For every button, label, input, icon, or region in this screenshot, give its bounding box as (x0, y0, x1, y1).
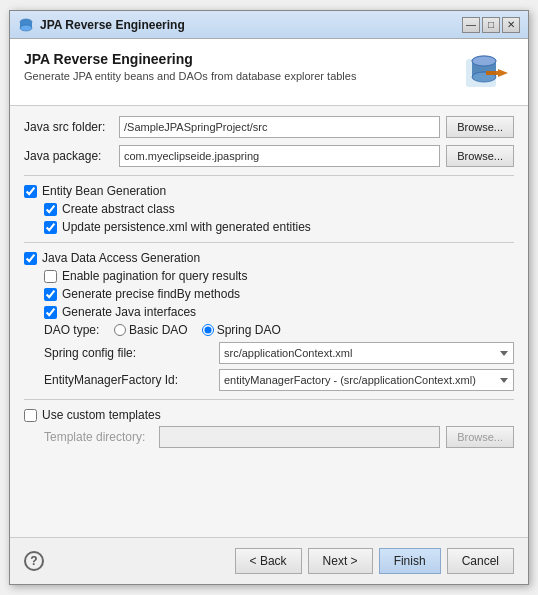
generate-interfaces-label[interactable]: Generate Java interfaces (62, 305, 196, 319)
template-dir-row: Template directory: Browse... (44, 426, 514, 448)
src-folder-row: Java src folder: Browse... (24, 116, 514, 138)
entity-bean-row: Entity Bean Generation (24, 184, 514, 198)
close-button[interactable]: ✕ (502, 17, 520, 33)
maximize-button[interactable]: □ (482, 17, 500, 33)
src-folder-input[interactable] (119, 116, 440, 138)
spring-config-label: Spring config file: (44, 346, 219, 360)
divider-2 (24, 242, 514, 243)
generate-interfaces-checkbox[interactable] (44, 306, 57, 319)
generate-findby-label[interactable]: Generate precise findBy methods (62, 287, 240, 301)
basic-dao-label[interactable]: Basic DAO (129, 323, 188, 337)
svg-point-2 (20, 25, 32, 31)
header-text: JPA Reverse Engineering Generate JPA ent… (24, 51, 466, 82)
dialog-title: JPA Reverse Engineering (24, 51, 466, 67)
generate-findby-row: Generate precise findBy methods (44, 287, 514, 301)
cancel-button[interactable]: Cancel (447, 548, 514, 574)
spring-config-select[interactable]: src/applicationContext.xml (219, 342, 514, 364)
generate-interfaces-row: Generate Java interfaces (44, 305, 514, 319)
main-window: JPA Reverse Engineering — □ ✕ JPA Revers… (9, 10, 529, 585)
template-dir-input[interactable] (159, 426, 440, 448)
template-dir-label: Template directory: (44, 430, 159, 444)
divider-3 (24, 399, 514, 400)
content-area: Java src folder: Browse... Java package:… (10, 106, 528, 537)
package-browse-button[interactable]: Browse... (446, 145, 514, 167)
enable-pagination-row: Enable pagination for query results (44, 269, 514, 283)
header-section: JPA Reverse Engineering Generate JPA ent… (10, 39, 528, 106)
package-row: Java package: Browse... (24, 145, 514, 167)
window-icon (18, 17, 34, 33)
divider-1 (24, 175, 514, 176)
dao-type-label: DAO type: (44, 323, 114, 337)
template-dir-browse-button[interactable]: Browse... (446, 426, 514, 448)
entity-manager-row: EntityManagerFactory Id: entityManagerFa… (44, 369, 514, 391)
basic-dao-radio[interactable] (114, 324, 126, 336)
spring-dao-item: Spring DAO (202, 323, 281, 337)
update-persistence-checkbox[interactable] (44, 221, 57, 234)
enable-pagination-checkbox[interactable] (44, 270, 57, 283)
java-data-checkbox[interactable] (24, 252, 37, 265)
java-data-section: Java Data Access Generation Enable pagin… (24, 251, 514, 391)
java-data-label[interactable]: Java Data Access Generation (42, 251, 200, 265)
entity-bean-checkbox[interactable] (24, 185, 37, 198)
window-controls: — □ ✕ (462, 17, 520, 33)
footer: ? < Back Next > Finish Cancel (10, 537, 528, 584)
generate-findby-checkbox[interactable] (44, 288, 57, 301)
custom-templates-checkbox[interactable] (24, 409, 37, 422)
java-data-row: Java Data Access Generation (24, 251, 514, 265)
src-folder-browse-button[interactable]: Browse... (446, 116, 514, 138)
entity-bean-label[interactable]: Entity Bean Generation (42, 184, 166, 198)
src-folder-label: Java src folder: (24, 120, 119, 134)
dao-type-radio-group: Basic DAO Spring DAO (114, 323, 281, 337)
svg-marker-8 (498, 69, 508, 77)
spring-config-row: Spring config file: src/applicationConte… (44, 342, 514, 364)
entity-bean-section: Entity Bean Generation Create abstract c… (24, 184, 514, 234)
create-abstract-checkbox[interactable] (44, 203, 57, 216)
svg-point-7 (472, 56, 496, 66)
title-bar: JPA Reverse Engineering — □ ✕ (10, 11, 528, 39)
spring-dao-radio[interactable] (202, 324, 214, 336)
custom-templates-section: Use custom templates Template directory:… (24, 408, 514, 448)
dao-type-row: DAO type: Basic DAO Spring DAO (44, 323, 514, 337)
update-persistence-label[interactable]: Update persistence.xml with generated en… (62, 220, 311, 234)
minimize-button[interactable]: — (462, 17, 480, 33)
footer-buttons: < Back Next > Finish Cancel (235, 548, 514, 574)
database-icon (466, 51, 514, 95)
create-abstract-row: Create abstract class (44, 202, 514, 216)
dialog-subtitle: Generate JPA entity beans and DAOs from … (24, 70, 466, 82)
custom-templates-label[interactable]: Use custom templates (42, 408, 161, 422)
package-label: Java package: (24, 149, 119, 163)
basic-dao-item: Basic DAO (114, 323, 188, 337)
spring-dao-label[interactable]: Spring DAO (217, 323, 281, 337)
entity-manager-select[interactable]: entityManagerFactory - (src/applicationC… (219, 369, 514, 391)
update-persistence-row: Update persistence.xml with generated en… (44, 220, 514, 234)
back-button[interactable]: < Back (235, 548, 302, 574)
custom-templates-row: Use custom templates (24, 408, 514, 422)
window-title: JPA Reverse Engineering (40, 18, 462, 32)
create-abstract-label[interactable]: Create abstract class (62, 202, 175, 216)
svg-rect-9 (486, 71, 498, 75)
help-button[interactable]: ? (24, 551, 44, 571)
entity-manager-label: EntityManagerFactory Id: (44, 373, 219, 387)
enable-pagination-label[interactable]: Enable pagination for query results (62, 269, 247, 283)
finish-button[interactable]: Finish (379, 548, 441, 574)
next-button[interactable]: Next > (308, 548, 373, 574)
package-input[interactable] (119, 145, 440, 167)
